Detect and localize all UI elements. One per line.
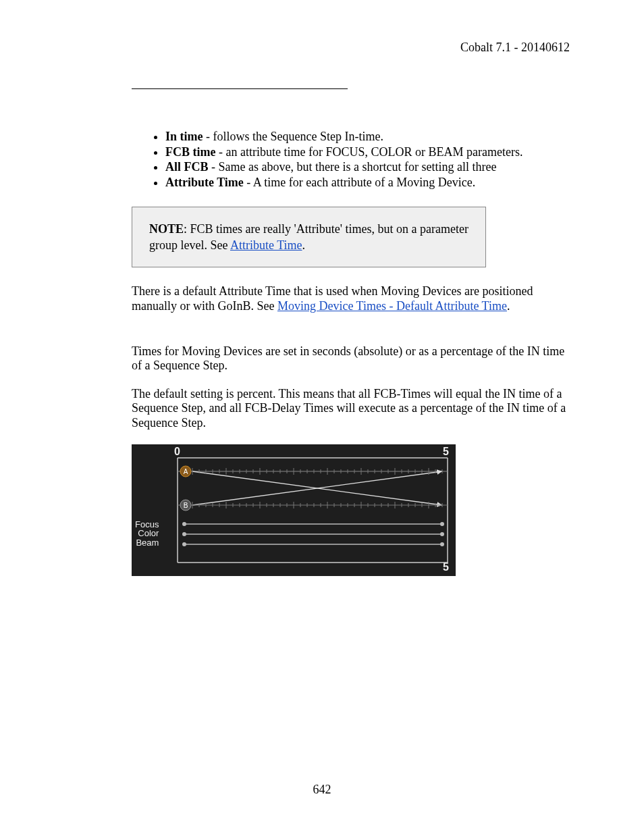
note-title: NOTE	[149, 222, 184, 236]
note-body-after: .	[302, 238, 306, 252]
paragraph-absolute-percent-intro: Times for Moving Devices are set in seco…	[132, 344, 570, 373]
bullet-text: - follows the Sequence Step In-time.	[203, 130, 383, 143]
note-colon: :	[184, 222, 190, 236]
svg-point-15	[182, 532, 186, 536]
page-number: 642	[0, 783, 644, 797]
note-link[interactable]: Attribute Time	[230, 238, 302, 252]
list-item: Attribute Time - A time for each attribu…	[165, 176, 570, 190]
bubble-b-text: B	[184, 502, 188, 509]
bubble-a-text: A	[184, 468, 188, 475]
bullet-label: FCB time	[165, 145, 215, 159]
bullet-text: - A time for each attribute of a Moving …	[244, 176, 475, 189]
attribute-time-types-list: In time - follows the Sequence Step In-t…	[165, 130, 570, 190]
section-divider	[132, 88, 348, 89]
svg-point-16	[440, 532, 444, 536]
bullet-label: Attribute Time	[165, 176, 244, 189]
svg-point-18	[440, 542, 444, 546]
list-item: In time - follows the Sequence Step In-t…	[165, 130, 570, 144]
svg-point-17	[182, 542, 186, 546]
paragraph-default-attribute-time: There is a default Attribute Time that i…	[132, 284, 570, 313]
svg-point-13	[182, 522, 186, 526]
timing-diagram: 0 5 5 Focus Color Beam	[132, 444, 456, 576]
paragraph-default-percent: The default setting is percent. This mea…	[132, 387, 570, 431]
product-version-text: Cobalt 7.1 - 20140612	[460, 41, 570, 54]
diagram-svg: A B	[132, 444, 456, 576]
para1-suffix: .	[507, 299, 510, 313]
bullet-text: - an attribute time for FOCUS, COLOR or …	[215, 145, 522, 159]
list-item: All FCB - Same as above, but there is a …	[165, 160, 570, 174]
svg-point-14	[440, 522, 444, 526]
list-item: FCB time - an attribute time for FOCUS, …	[165, 145, 570, 159]
note-callout: NOTE: FCB times are really 'Attribute' t…	[132, 207, 486, 268]
note-body-before: FCB times are really 'Attribute' times, …	[149, 222, 468, 252]
document-header: Cobalt 7.1 - 20140612	[54, 41, 570, 55]
bullet-text: - Same as above, but there is a shortcut…	[209, 160, 497, 174]
page-content: In time - follows the Sequence Step In-t…	[132, 88, 570, 576]
default-attribute-time-link[interactable]: Moving Device Times - Default Attribute …	[277, 299, 507, 313]
bullet-label: In time	[165, 130, 203, 143]
bullet-label: All FCB	[165, 160, 209, 174]
